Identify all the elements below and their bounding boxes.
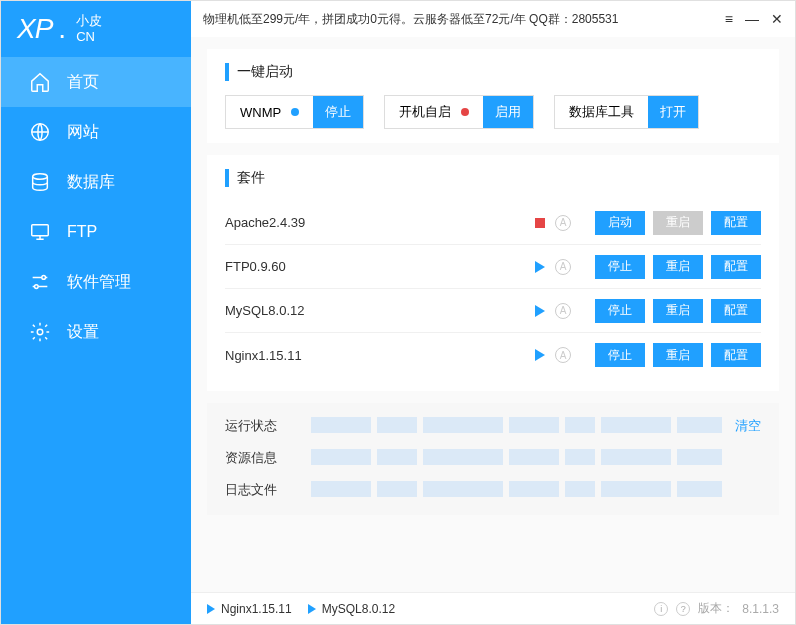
blurred-content [509,449,559,465]
footer: Nginx1.15.11MySQL8.0.12 i ? 版本： 8.1.1.3 [191,592,795,624]
restart-button[interactable]: 重启 [653,343,703,367]
auto-icon[interactable]: A [555,259,571,275]
auto-icon[interactable]: A [555,215,571,231]
nav-label: 网站 [67,122,99,143]
config-button[interactable]: 配置 [711,255,761,279]
version-value: 8.1.1.3 [742,602,779,616]
sidebar: XP . 小皮 CN 首页网站数据库FTP软件管理设置 [1,1,191,624]
blurred-content [601,417,671,433]
restart-button[interactable]: 重启 [653,211,703,235]
blurred-content [565,481,595,497]
menu-icon[interactable]: ≡ [725,11,733,27]
blurred-content [423,481,503,497]
restart-button[interactable]: 重启 [653,299,703,323]
component-row: Nginx1.15.11A停止重启配置 [225,333,761,377]
play-icon [535,261,545,273]
logo-text-cn: 小皮 CN [76,13,102,44]
blurred-content [601,449,671,465]
stop-icon [535,218,545,228]
help-icon[interactable]: ? [676,602,690,616]
component-status: A [535,303,595,319]
status-dot-icon [291,108,299,116]
nav-item-globe[interactable]: 网站 [1,107,191,157]
blurred-content [601,481,671,497]
action-button[interactable]: 启动 [595,211,645,235]
window-controls: ≡ — ✕ [725,11,783,27]
nav-item-monitor[interactable]: FTP [1,207,191,257]
config-button[interactable]: 配置 [711,343,761,367]
home-icon [29,71,51,93]
blurred-content [423,417,503,433]
nav-label: FTP [67,223,97,241]
blurred-content [311,417,371,433]
nav-label: 软件管理 [67,272,131,293]
action-button[interactable]: 停止 [595,299,645,323]
nav-item-home[interactable]: 首页 [1,57,191,107]
component-name: MySQL8.0.12 [225,303,535,318]
play-icon [535,305,545,317]
component-name: FTP0.9.60 [225,259,535,274]
blurred-content [311,449,371,465]
component-list: Apache2.4.39A启动重启配置FTP0.9.60A停止重启配置MySQL… [225,201,761,377]
title-bar-icon [225,169,229,187]
component-status: A [535,347,595,363]
restart-button[interactable]: 重启 [653,255,703,279]
blurred-content [377,417,417,433]
close-icon[interactable]: ✕ [771,11,783,27]
info-icon[interactable]: i [654,602,668,616]
blurred-content [677,449,722,465]
play-icon [207,604,215,614]
clear-button[interactable]: 清空 [735,417,761,435]
nav-item-gear[interactable]: 设置 [1,307,191,357]
blurred-content [377,449,417,465]
quick-row: WNMP停止开机自启启用数据库工具打开 [225,95,761,129]
nav-item-sliders[interactable]: 软件管理 [1,257,191,307]
status-label: 日志文件 [225,481,295,501]
components-section: 套件 Apache2.4.39A启动重启配置FTP0.9.60A停止重启配置My… [207,155,779,391]
blurred-content [677,481,722,497]
status-label: 运行状态 [225,417,295,437]
action-button[interactable]: 停止 [595,343,645,367]
auto-icon[interactable]: A [555,303,571,319]
minimize-icon[interactable]: — [745,11,759,27]
nav-label: 数据库 [67,172,115,193]
content: 一键启动 WNMP停止开机自启启用数据库工具打开 套件 Apache2.4.39… [191,37,795,592]
footer-running-item: Nginx1.15.11 [207,602,292,616]
nav-item-database[interactable]: 数据库 [1,157,191,207]
component-row: MySQL8.0.12A停止重启配置 [225,289,761,333]
status-row: 日志文件 [225,481,761,501]
database-icon [29,171,51,193]
blurred-content [377,481,417,497]
quick-button[interactable]: 打开 [648,96,698,128]
blurred-content [423,449,503,465]
logo-text-xp: XP [17,13,52,45]
component-status: A [535,259,595,275]
sliders-icon [29,271,51,293]
config-button[interactable]: 配置 [711,299,761,323]
quick-label: WNMP [226,105,313,120]
footer-running-item: MySQL8.0.12 [308,602,395,616]
status-panel: 清空 运行状态资源信息日志文件 [207,403,779,515]
version-label: 版本： [698,600,734,617]
config-button[interactable]: 配置 [711,211,761,235]
section-title: 一键启动 [225,63,761,81]
svg-point-3 [42,276,46,280]
blurred-content [565,417,595,433]
svg-point-5 [37,329,43,335]
quick-button[interactable]: 启用 [483,96,533,128]
footer-right: i ? 版本： 8.1.1.3 [654,600,779,617]
play-icon [535,349,545,361]
component-name: Nginx1.15.11 [225,348,535,363]
auto-icon[interactable]: A [555,347,571,363]
svg-rect-2 [32,225,49,236]
quick-label: 数据库工具 [555,103,648,121]
quick-button[interactable]: 停止 [313,96,363,128]
globe-icon [29,121,51,143]
nav: 首页网站数据库FTP软件管理设置 [1,57,191,624]
component-row: Apache2.4.39A启动重启配置 [225,201,761,245]
main: 物理机低至299元/年，拼团成功0元得。云服务器低至72元/年 QQ群：2805… [191,1,795,624]
action-button[interactable]: 停止 [595,255,645,279]
quick-start-section: 一键启动 WNMP停止开机自启启用数据库工具打开 [207,49,779,143]
quick-item: WNMP停止 [225,95,364,129]
monitor-icon [29,221,51,243]
